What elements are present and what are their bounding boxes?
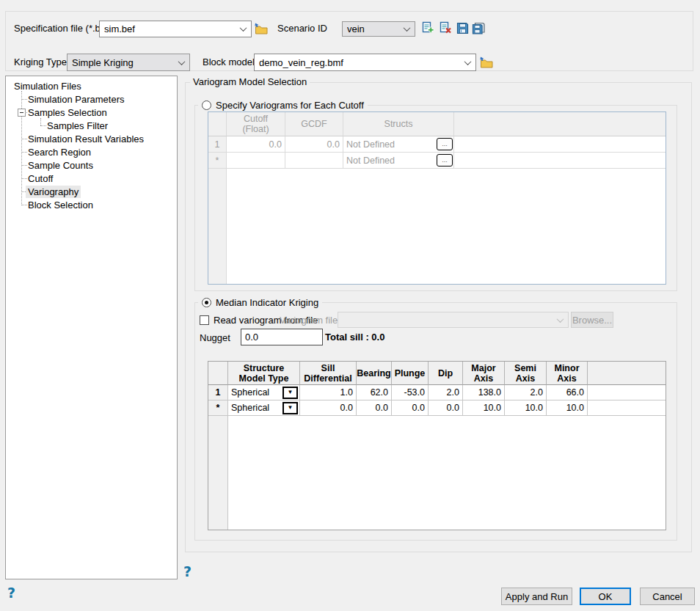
chevron-down-icon <box>557 315 564 323</box>
minor-axis-cell[interactable]: 66.0 <box>547 385 588 400</box>
dip-cell[interactable]: 2.0 <box>429 385 463 400</box>
row-header[interactable]: 1 <box>208 136 227 153</box>
tree-item-simulation-files[interactable]: Simulation Files <box>12 79 84 92</box>
chevron-down-icon <box>404 24 411 32</box>
cutoff-table-new-row: * Not Defined ... <box>208 153 666 169</box>
gcdf-cell[interactable]: 0.0 <box>285 136 343 153</box>
help-icon[interactable]: ? <box>7 586 15 600</box>
kriging-type-label: Kriging Type <box>14 56 67 67</box>
col-header-semi-axis: Semi Axis <box>505 362 547 385</box>
cutoff-table-header-row: Cutoff (Float) GCDF Structs <box>208 112 666 136</box>
tree-item-block-selection[interactable]: Block Selection <box>26 198 95 211</box>
cancel-button[interactable]: Cancel <box>640 588 695 605</box>
row-filler <box>588 385 666 400</box>
kriging-type-combobox[interactable]: Simple Kriging <box>67 54 190 71</box>
tree-item-simulation-parameters[interactable]: Simulation Parameters <box>26 92 127 106</box>
save-scenario-icon[interactable] <box>456 21 469 34</box>
col-header-cutoff: Cutoff (Float) <box>227 112 285 136</box>
variogram-group-title: Variogram Model Selection <box>190 76 310 88</box>
corner-header-cell <box>208 362 228 385</box>
model-type-cell[interactable]: Spherical ▼ <box>228 400 300 416</box>
kriging-dialog: Specification file (*.bef) sim.bef Scena… <box>0 0 700 611</box>
block-model-combobox[interactable]: demo_vein_reg.bmf <box>254 54 476 71</box>
cutoff-cell[interactable]: 0.0 <box>227 136 285 153</box>
model-type-cell[interactable]: Spherical ▼ <box>228 385 300 400</box>
sill-differential-cell[interactable]: 0.0 <box>300 400 357 416</box>
row-header-strip <box>208 416 228 530</box>
median-kriging-radio-row[interactable]: Median Indicator Kriging <box>198 296 322 309</box>
row-header[interactable]: 1 <box>208 385 228 400</box>
col-header-structs: Structs <box>343 112 454 136</box>
specify-variograms-radio[interactable] <box>202 100 211 110</box>
header-filler <box>454 112 666 136</box>
plunge-cell[interactable]: -53.0 <box>392 385 429 400</box>
spec-file-value: sim.bef <box>104 23 241 34</box>
structs-value: Not Defined <box>346 156 395 166</box>
open-folder-icon[interactable] <box>480 56 493 69</box>
model-type-value: Spherical <box>231 387 269 398</box>
bearing-cell[interactable]: 0.0 <box>357 400 392 416</box>
dip-cell[interactable]: 0.0 <box>429 400 463 416</box>
tree-item-variography[interactable]: Variography <box>26 185 81 198</box>
collapse-minus-icon[interactable] <box>18 109 26 117</box>
tree-item-sample-counts[interactable]: Sample Counts <box>26 158 95 172</box>
delete-scenario-icon[interactable] <box>439 21 452 34</box>
row-header[interactable]: * <box>208 153 227 169</box>
save-scenario-as-icon[interactable] <box>472 21 485 34</box>
header-filler <box>588 362 666 385</box>
model-type-dropdown-button[interactable]: ▼ <box>282 402 298 414</box>
major-axis-cell[interactable]: 138.0 <box>463 385 505 400</box>
row-filler <box>454 153 666 169</box>
variogram-file-label: Variogram file <box>280 315 338 326</box>
semi-axis-cell[interactable]: 10.0 <box>505 400 547 416</box>
chevron-down-icon <box>464 58 472 65</box>
specify-variograms-radio-row[interactable]: Specify Variograms for Each Cutoff <box>198 99 368 111</box>
major-axis-cell[interactable]: 10.0 <box>463 400 505 416</box>
row-filler <box>454 136 666 153</box>
row-header-strip <box>208 169 227 284</box>
new-scenario-icon[interactable] <box>421 21 434 34</box>
median-kriging-radio[interactable] <box>202 298 211 307</box>
structure-table-new-row: * Spherical ▼ 0.0 0.0 0.0 0.0 10.0 10.0 … <box>208 400 666 416</box>
scenario-id-label: Scenario ID <box>277 23 327 34</box>
tree-item-samples-selection[interactable]: Samples Selection <box>26 106 109 119</box>
structure-table-row: 1 Spherical ▼ 1.0 62.0 -53.0 2.0 138.0 2… <box>208 385 666 400</box>
tree-item-search-region[interactable]: Search Region <box>26 145 93 158</box>
bearing-cell[interactable]: 62.0 <box>357 385 392 400</box>
col-header-plunge: Plunge <box>392 362 429 385</box>
minor-axis-cell[interactable]: 10.0 <box>547 400 588 416</box>
model-type-dropdown-button[interactable]: ▼ <box>282 387 298 399</box>
tree-item-samples-filter[interactable]: Samples Filter <box>45 119 110 132</box>
tree-item-cutoff[interactable]: Cutoff <box>26 172 55 185</box>
sill-differential-cell[interactable]: 1.0 <box>300 385 357 400</box>
nugget-input[interactable] <box>241 329 323 345</box>
edit-structs-button[interactable]: ... <box>437 138 453 150</box>
nugget-label: Nugget <box>200 332 230 343</box>
col-header-dip: Dip <box>429 362 463 385</box>
open-folder-icon[interactable] <box>255 22 268 35</box>
col-header-bearing: Bearing <box>357 362 392 385</box>
tree-item-simulation-result-variables[interactable]: Simulation Result Variables <box>26 132 146 145</box>
col-header-sill-differential: Sill Differential <box>300 362 357 385</box>
file-settings-group: Specification file (*.bef) sim.bef Scena… <box>5 11 693 71</box>
edit-structs-button[interactable]: ... <box>437 154 453 167</box>
help-icon[interactable]: ? <box>183 565 192 579</box>
spec-file-label: Specification file (*.bef) <box>14 23 112 34</box>
semi-axis-cell[interactable]: 2.0 <box>505 385 547 400</box>
total-sill-text: Total sill : 0.0 <box>325 332 384 343</box>
gcdf-cell[interactable] <box>285 153 343 169</box>
row-header[interactable]: * <box>208 400 228 416</box>
scenario-id-combobox[interactable]: vein <box>342 21 415 37</box>
apply-and-run-button[interactable]: Apply and Run <box>501 588 572 605</box>
col-header-minor-axis: Minor Axis <box>547 362 588 385</box>
structs-cell[interactable]: Not Defined ... <box>343 153 454 169</box>
specify-variograms-radio-label: Specify Variograms for Each Cutoff <box>216 100 364 111</box>
ok-button[interactable]: OK <box>580 588 631 605</box>
cutoff-cell[interactable] <box>227 153 285 169</box>
structs-cell[interactable]: Not Defined ... <box>343 136 454 153</box>
corner-header-cell <box>208 112 227 136</box>
plunge-cell[interactable]: 0.0 <box>392 400 429 416</box>
spec-file-combobox[interactable]: sim.bef <box>99 21 252 37</box>
table-empty-area <box>208 416 666 530</box>
read-variogram-checkbox[interactable] <box>200 315 209 325</box>
